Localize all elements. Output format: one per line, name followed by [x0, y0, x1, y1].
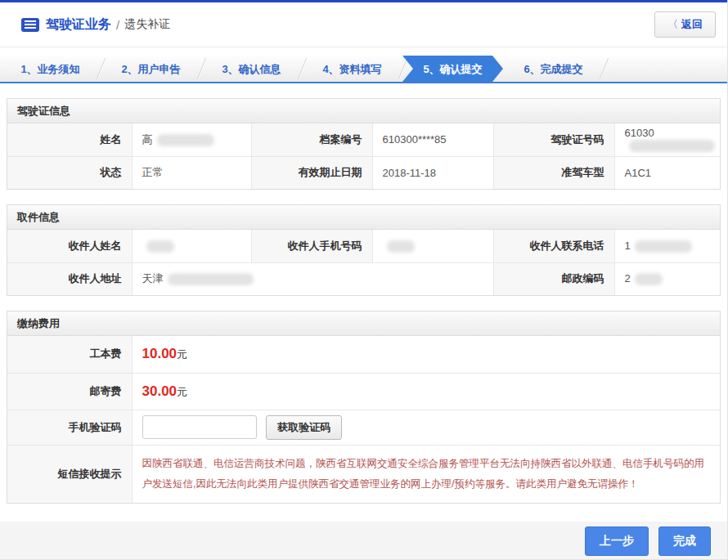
table-row: 状态 正常 有效期止日期 2018-11-18 准驾车型 A1C1 [7, 156, 720, 189]
section-title: 驾驶证信息 [7, 99, 720, 123]
tab-step-4[interactable]: 4、资料填写 [302, 56, 402, 82]
sms-notice-cell: 因陕西省联通、电信运营商技术问题，陕西省互联网交通安全综合服务管理平台无法向持陕… [132, 445, 720, 503]
tab-step-3[interactable]: 3、确认信息 [201, 56, 302, 82]
breadcrumb-divider: / [116, 18, 119, 32]
postage-fee-value: 30.00元 [132, 373, 720, 410]
vehicle-type-value: A1C1 [614, 156, 720, 189]
chevron-left-icon: 〈 [667, 17, 678, 32]
redacted-value [629, 140, 715, 152]
status-label: 状态 [7, 156, 132, 189]
table-row: 工本费 10.00元 [7, 336, 720, 373]
captcha-input[interactable] [142, 415, 257, 439]
production-fee-value: 10.00元 [132, 336, 720, 373]
expiry-value: 2018-11-18 [372, 156, 493, 189]
license-number-label: 驾驶证号码 [493, 123, 614, 156]
file-number-label: 档案编号 [251, 123, 372, 156]
postcode-value: 2 [614, 262, 720, 295]
redacted-value [146, 240, 174, 253]
section-title: 取件信息 [7, 205, 720, 230]
vehicle-type-label: 准驾车型 [493, 156, 614, 189]
sms-notice-label: 短信接收提示 [7, 445, 132, 503]
recipient-phone-label: 收件人联系电话 [493, 230, 614, 262]
production-fee-label: 工本费 [7, 336, 132, 373]
pickup-table: 收件人姓名 收件人手机号码 收件人联系电话 1 收件人地址 天津 邮政编码 2 [7, 230, 720, 295]
section-fees: 缴纳费用 工本费 10.00元 邮寄费 30.00元 手机验证码 获取验证码 短… [7, 311, 721, 504]
tabs-filler [604, 56, 727, 82]
step-tabs: 1、业务须知 2、用户申告 3、确认信息 4、资料填写 5、确认提交 6、完成提… [0, 56, 727, 83]
table-row: 收件人地址 天津 邮政编码 2 [7, 262, 720, 295]
tab-step-2[interactable]: 2、用户申告 [101, 56, 201, 82]
page-title: 驾驶证业务 [46, 16, 111, 34]
table-row: 收件人姓名 收件人手机号码 收件人联系电话 1 [7, 230, 720, 262]
license-number-value: 61030 [614, 123, 720, 156]
captcha-cell: 获取验证码 [132, 410, 720, 445]
back-button-label: 返回 [681, 17, 703, 32]
status-value: 正常 [132, 156, 251, 189]
tab-step-5-active[interactable]: 5、确认提交 [402, 56, 503, 82]
section-license-info: 驾驶证信息 姓名 高 档案编号 610300****85 驾驶证号码 61030… [7, 98, 721, 190]
license-table: 姓名 高 档案编号 610300****85 驾驶证号码 61030 状态 正常… [7, 123, 720, 189]
table-row: 手机验证码 获取验证码 [7, 410, 720, 445]
page-header: 驾驶证业务 / 遗失补证 〈 返回 [0, 2, 727, 47]
table-row: 邮寄费 30.00元 [7, 373, 720, 410]
redacted-value [635, 273, 663, 285]
tab-step-1[interactable]: 1、业务须知 [0, 56, 101, 82]
postcode-label: 邮政编码 [493, 262, 614, 295]
table-row: 姓名 高 档案编号 610300****85 驾驶证号码 61030 [7, 123, 720, 156]
file-number-value: 610300****85 [372, 123, 493, 156]
recipient-phone-value: 1 [614, 230, 720, 262]
recipient-address-label: 收件人地址 [7, 262, 132, 295]
get-captcha-button[interactable]: 获取验证码 [266, 415, 342, 440]
name-value: 高 [132, 123, 251, 156]
redacted-value [387, 240, 415, 253]
back-button[interactable]: 〈 返回 [654, 11, 716, 38]
tab-step-6[interactable]: 6、完成提交 [503, 56, 604, 82]
fees-table: 工本费 10.00元 邮寄费 30.00元 手机验证码 获取验证码 短信接收提示… [7, 336, 720, 503]
redacted-value [168, 273, 254, 285]
breadcrumb-current: 遗失补证 [124, 17, 170, 32]
redacted-value [635, 240, 692, 253]
recipient-mobile-label: 收件人手机号码 [251, 230, 372, 262]
recipient-name-label: 收件人姓名 [7, 230, 132, 262]
sms-notice-text: 因陕西省联通、电信运营商技术问题，陕西省互联网交通安全综合服务管理平台无法向持陕… [142, 454, 711, 495]
postage-fee-label: 邮寄费 [7, 373, 132, 410]
recipient-address-value: 天津 [132, 262, 493, 295]
section-pickup-info: 取件信息 收件人姓名 收件人手机号码 收件人联系电话 1 收件人地址 天津 邮政… [7, 204, 721, 296]
list-icon [21, 18, 39, 32]
page: 驾驶证业务 / 遗失补证 〈 返回 1、业务须知 2、用户申告 3、确认信息 4… [0, 0, 728, 560]
footer-bar: 上一步 完成 [0, 522, 727, 560]
recipient-mobile-value [372, 230, 493, 262]
name-label: 姓名 [7, 123, 132, 156]
table-row: 短信接收提示 因陕西省联通、电信运营商技术问题，陕西省互联网交通安全综合服务管理… [7, 445, 720, 503]
recipient-name-value [132, 230, 251, 262]
section-title: 缴纳费用 [7, 311, 720, 336]
redacted-value [157, 134, 214, 146]
expiry-label: 有效期止日期 [251, 156, 372, 189]
previous-step-button[interactable]: 上一步 [585, 526, 649, 556]
captcha-label: 手机验证码 [7, 410, 132, 445]
finish-button[interactable]: 完成 [658, 526, 711, 556]
